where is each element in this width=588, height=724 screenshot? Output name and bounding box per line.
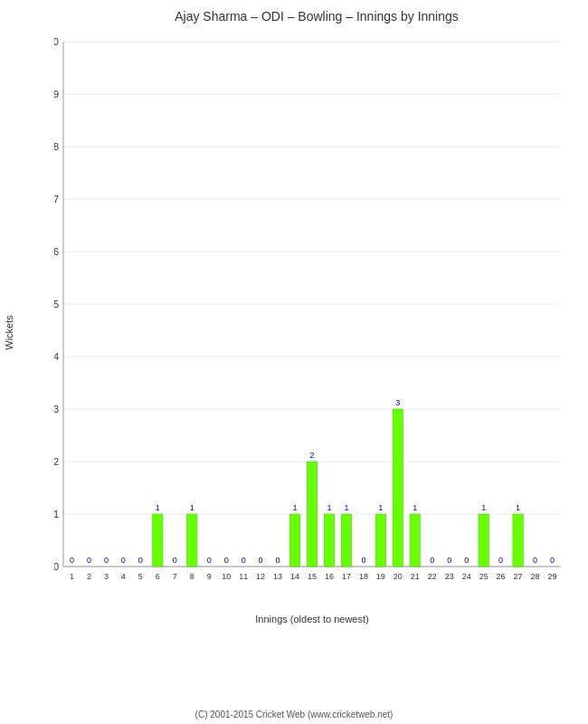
svg-text:0: 0: [87, 556, 91, 565]
svg-text:0: 0: [361, 556, 365, 565]
svg-rect-72: [410, 514, 420, 567]
svg-text:6: 6: [54, 246, 59, 257]
svg-text:17: 17: [342, 572, 351, 581]
svg-text:0: 0: [498, 556, 503, 565]
svg-text:8: 8: [190, 572, 194, 581]
svg-text:0: 0: [207, 556, 212, 565]
svg-text:2: 2: [54, 456, 59, 467]
footer: (C) 2001-2015 Cricket Web (www.cricketwe…: [0, 710, 588, 719]
svg-text:3: 3: [104, 572, 109, 581]
svg-text:0: 0: [259, 556, 263, 565]
svg-text:27: 27: [514, 572, 523, 581]
svg-text:0: 0: [447, 556, 451, 565]
svg-text:4: 4: [121, 572, 126, 581]
y-axis-label: Wickets: [4, 315, 14, 350]
svg-text:0: 0: [104, 556, 109, 565]
svg-text:15: 15: [308, 572, 317, 581]
svg-text:1: 1: [293, 503, 298, 512]
svg-text:0: 0: [242, 556, 246, 565]
svg-text:1: 1: [190, 503, 194, 512]
svg-text:1: 1: [156, 503, 160, 512]
svg-text:12: 12: [256, 572, 265, 581]
svg-text:3: 3: [395, 398, 400, 407]
svg-text:0: 0: [138, 556, 143, 565]
svg-text:13: 13: [273, 572, 282, 581]
svg-text:20: 20: [394, 572, 403, 581]
svg-text:5: 5: [138, 572, 143, 581]
svg-text:11: 11: [239, 572, 248, 581]
svg-text:9: 9: [54, 89, 59, 100]
svg-text:26: 26: [497, 572, 506, 581]
svg-text:7: 7: [173, 572, 177, 581]
svg-text:28: 28: [531, 572, 540, 581]
svg-rect-55: [307, 462, 317, 567]
svg-rect-66: [375, 514, 385, 567]
chart-title: Ajay Sharma – ODI – Bowling – Innings by…: [54, 9, 579, 24]
svg-text:24: 24: [462, 572, 471, 581]
svg-text:25: 25: [479, 572, 488, 581]
svg-text:0: 0: [224, 556, 229, 565]
svg-text:0: 0: [70, 556, 74, 565]
svg-text:8: 8: [54, 141, 59, 152]
svg-text:0: 0: [430, 556, 434, 565]
svg-text:3: 3: [54, 404, 59, 414]
svg-rect-34: [153, 514, 163, 567]
svg-text:23: 23: [445, 572, 454, 581]
svg-text:10: 10: [54, 36, 59, 47]
svg-rect-61: [341, 514, 351, 567]
svg-text:10: 10: [222, 572, 231, 581]
svg-text:6: 6: [156, 572, 160, 581]
svg-text:Innings (oldest to newest): Innings (oldest to newest): [255, 614, 368, 624]
svg-rect-52: [289, 514, 299, 567]
svg-text:9: 9: [207, 572, 212, 581]
svg-text:7: 7: [54, 194, 59, 205]
svg-text:5: 5: [54, 299, 59, 310]
svg-text:2: 2: [87, 572, 91, 581]
svg-rect-58: [324, 514, 334, 567]
svg-text:0: 0: [54, 561, 59, 572]
svg-rect-86: [513, 514, 523, 567]
svg-text:1: 1: [481, 503, 486, 512]
svg-text:1: 1: [344, 503, 348, 512]
svg-text:29: 29: [548, 572, 557, 581]
svg-text:1: 1: [70, 572, 74, 581]
svg-rect-81: [479, 514, 488, 567]
chart-container: Ajay Sharma – ODI – Bowling – Innings by…: [0, 0, 588, 724]
svg-text:4: 4: [54, 351, 59, 362]
svg-text:21: 21: [411, 572, 420, 581]
svg-rect-39: [187, 514, 197, 567]
svg-text:18: 18: [359, 572, 368, 581]
chart-area: 0123456789100102030405160718090100110120…: [54, 33, 579, 648]
svg-text:22: 22: [428, 572, 437, 581]
svg-text:16: 16: [325, 572, 334, 581]
svg-text:1: 1: [378, 503, 383, 512]
svg-text:19: 19: [376, 572, 385, 581]
svg-text:0: 0: [464, 556, 469, 565]
svg-text:0: 0: [173, 556, 177, 565]
svg-text:0: 0: [276, 556, 280, 565]
svg-text:0: 0: [550, 556, 555, 565]
svg-text:0: 0: [121, 556, 126, 565]
svg-rect-69: [393, 409, 403, 567]
svg-text:0: 0: [533, 556, 537, 565]
svg-text:1: 1: [327, 503, 331, 512]
svg-text:1: 1: [413, 503, 417, 512]
svg-text:2: 2: [309, 451, 314, 460]
svg-text:1: 1: [54, 509, 59, 519]
svg-text:14: 14: [290, 572, 299, 581]
svg-text:1: 1: [516, 503, 520, 512]
